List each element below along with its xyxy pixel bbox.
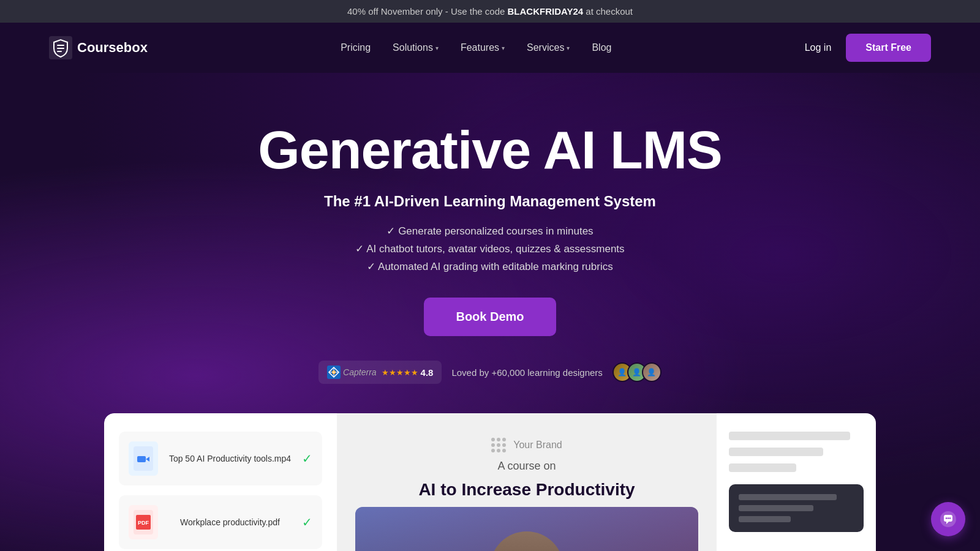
- pdf-icon: PDF: [134, 510, 153, 534]
- avatar-3: 👤: [642, 362, 662, 382]
- svg-rect-2: [57, 48, 64, 49]
- pdf-file-icon: PDF: [129, 505, 158, 539]
- capterra-icon: [327, 365, 341, 379]
- chevron-down-icon: ▾: [502, 45, 505, 51]
- video-icon: [134, 446, 153, 471]
- chevron-down-icon: ▾: [435, 45, 439, 51]
- file-check-icon-2: ✓: [302, 515, 312, 530]
- nav-solutions[interactable]: Solutions ▾: [393, 42, 439, 53]
- promo-banner: 40% off November only - Use the code BLA…: [0, 0, 980, 23]
- file-check-icon: ✓: [302, 451, 312, 466]
- person-silhouette: [490, 531, 564, 551]
- promo-code: BLACKFRIDAY24: [508, 6, 584, 17]
- hero-features: Generate personalized courses in minutes…: [12, 225, 968, 273]
- logo-icon: [49, 36, 72, 59]
- hero-title: Generative AI LMS: [12, 122, 968, 178]
- nav-features[interactable]: Features ▾: [461, 42, 505, 53]
- book-demo-button[interactable]: Book Demo: [424, 298, 556, 336]
- logo-text: Coursebox: [77, 40, 148, 56]
- outline-lines: [729, 432, 864, 472]
- chat-widget[interactable]: [931, 502, 965, 536]
- capterra-logo: Capterra: [327, 365, 376, 379]
- nav-actions: Log in Start Free: [805, 34, 931, 62]
- svg-point-16: [946, 517, 947, 519]
- nav-pricing-label: Pricing: [341, 42, 371, 53]
- outline-line-2: [729, 448, 823, 456]
- video-file-icon: [129, 441, 158, 476]
- capterra-badge: Capterra ★★★★★ 4.8: [318, 361, 442, 384]
- nav-pricing[interactable]: Pricing: [341, 42, 371, 53]
- hero-feature-2: AI chatbot tutors, avatar videos, quizze…: [12, 242, 968, 255]
- video-file-name: Top 50 AI Productivity tools.mp4: [168, 454, 292, 463]
- hero-feature-3: Automated AI grading with editable marki…: [12, 260, 968, 273]
- nav-services-label: Services: [527, 42, 564, 53]
- course-video-thumbnail: [355, 507, 698, 551]
- module-box: [729, 484, 864, 532]
- video-person: [355, 507, 698, 551]
- svg-rect-3: [57, 51, 62, 52]
- svg-rect-1: [57, 45, 64, 46]
- loved-text: Loved by +60,000 learning designers: [451, 367, 602, 378]
- nav-features-label: Features: [461, 42, 499, 53]
- brand-header: Your Brand: [491, 438, 562, 452]
- user-avatars: 👤 👤 👤: [612, 362, 662, 382]
- svg-point-17: [948, 517, 949, 519]
- course-title: AI to Increase Productivity: [418, 480, 635, 500]
- nav-links: Pricing Solutions ▾ Features ▾ Services …: [341, 42, 611, 53]
- navbar: Coursebox Pricing Solutions ▾ Features ▾…: [0, 23, 980, 73]
- hero-feature-1: Generate personalized courses in minutes: [12, 225, 968, 238]
- banner-text-before: 40% off November only - Use the code: [347, 6, 508, 17]
- module-line-1: [739, 494, 837, 500]
- login-button[interactable]: Log in: [805, 42, 832, 53]
- hero-subtitle: The #1 AI-Driven Learning Management Sys…: [12, 193, 968, 210]
- social-proof: Capterra ★★★★★ 4.8 Loved by +60,000 lear…: [12, 361, 968, 384]
- brand-label: Your Brand: [513, 440, 562, 451]
- course-subtitle: A course on: [497, 460, 556, 473]
- dashboard-preview: Top 50 AI Productivity tools.mp4 ✓ PDF W…: [104, 413, 876, 551]
- file-upload-panel: Top 50 AI Productivity tools.mp4 ✓ PDF W…: [104, 413, 337, 551]
- file-item-video: Top 50 AI Productivity tools.mp4 ✓: [119, 432, 322, 485]
- brand-dots-icon: [491, 438, 506, 452]
- course-outline-panel: [717, 413, 876, 551]
- nav-blog[interactable]: Blog: [592, 42, 611, 53]
- svg-point-18: [949, 517, 951, 519]
- rating-number: 4.8: [421, 367, 434, 378]
- svg-rect-10: [137, 456, 146, 462]
- logo-link[interactable]: Coursebox: [49, 36, 148, 59]
- start-free-button[interactable]: Start Free: [846, 34, 931, 62]
- star-icons: ★★★★★: [382, 368, 418, 377]
- outline-line-3: [729, 463, 796, 472]
- nav-blog-label: Blog: [592, 42, 611, 53]
- capterra-rating: ★★★★★ 4.8: [382, 367, 434, 378]
- nav-solutions-label: Solutions: [393, 42, 433, 53]
- banner-text-after: at checkout: [583, 6, 633, 17]
- chevron-down-icon: ▾: [567, 45, 570, 51]
- capterra-label: Capterra: [343, 367, 376, 377]
- hero-section: Generative AI LMS The #1 AI-Driven Learn…: [0, 73, 980, 551]
- file-item-pdf: PDF Workplace productivity.pdf ✓: [119, 495, 322, 549]
- course-preview-panel: Your Brand A course on AI to Increase Pr…: [337, 413, 717, 551]
- chat-icon: [940, 511, 957, 528]
- outline-line-1: [729, 432, 850, 440]
- pdf-file-name: Workplace productivity.pdf: [168, 517, 292, 527]
- module-lines: [739, 494, 854, 522]
- nav-services[interactable]: Services ▾: [527, 42, 570, 53]
- svg-text:PDF: PDF: [138, 520, 149, 526]
- module-line-3: [739, 516, 791, 522]
- module-line-2: [739, 505, 813, 511]
